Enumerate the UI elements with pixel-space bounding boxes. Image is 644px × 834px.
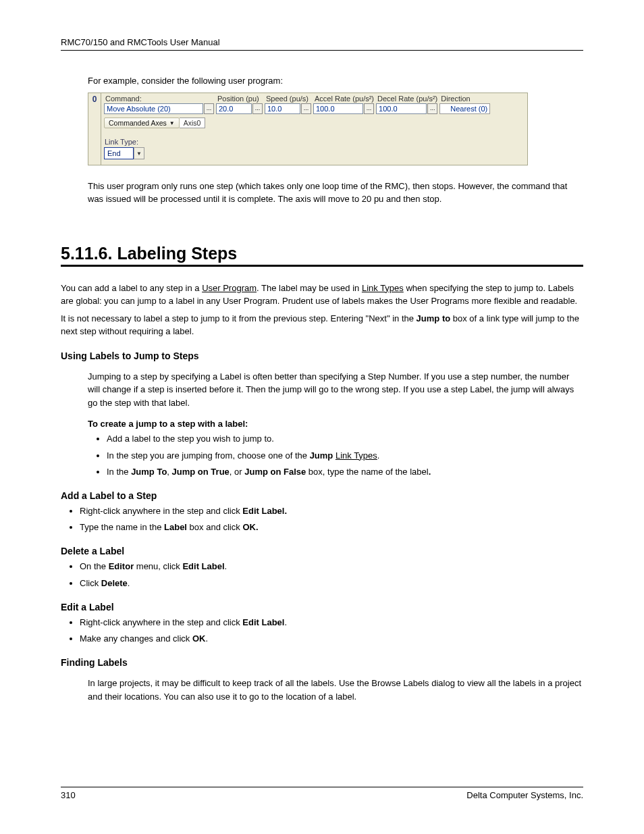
accel-input[interactable]: 100.0: [313, 103, 363, 114]
decel-browse-button[interactable]: ...: [427, 103, 437, 114]
to-create-heading: To create a jump to a step with a label:: [88, 419, 583, 429]
finding-labels-para: In large projects, it may be difficult t…: [88, 677, 583, 703]
accel-browse-button[interactable]: ...: [364, 103, 374, 114]
speed-label: Speed (pu/s): [266, 95, 311, 103]
commanded-axes-label: Commanded Axes: [109, 119, 167, 127]
list-item: Add a label to the step you wish to jump…: [107, 433, 583, 445]
command-browse-button[interactable]: ...: [204, 103, 214, 114]
accel-label: Accel Rate (pu/s²): [315, 95, 374, 103]
to-create-list: Add a label to the step you wish to jump…: [88, 433, 583, 478]
list-item: Make any changes and click OK.: [80, 633, 583, 645]
step-number: 0: [88, 93, 101, 165]
edit-label-list: Right-click anywhere in the step and cli…: [61, 617, 583, 645]
list-item: In the step you are jumping from, choose…: [107, 450, 583, 462]
page-header: RMC70/150 and RMCTools User Manual: [61, 37, 583, 51]
page-number: 310: [61, 790, 76, 800]
subheading-using-labels: Using Labels to Jump to Steps: [61, 350, 583, 361]
company-name: Delta Computer Systems, Inc.: [466, 790, 583, 800]
speed-browse-button[interactable]: ...: [301, 103, 311, 114]
chevron-down-icon: ▼: [136, 151, 142, 157]
subheading-finding-labels: Finding Labels: [61, 657, 583, 668]
link-type-label: Link Type:: [105, 138, 525, 146]
commanded-axes-button[interactable]: Commanded Axes ▼: [104, 118, 180, 128]
direction-label: Direction: [441, 95, 490, 103]
section-para-2: It is not necessary to label a step to j…: [61, 312, 583, 338]
link-types-link-2[interactable]: Link Types: [336, 450, 377, 461]
link-types-link[interactable]: Link Types: [362, 283, 404, 293]
list-item: Click Delete.: [80, 577, 583, 590]
section-title: 5.11.6. Labeling Steps: [61, 244, 583, 267]
commanded-axes-value: Axis0: [180, 118, 206, 128]
position-input[interactable]: 20.0: [216, 103, 252, 114]
command-label: Command:: [105, 95, 214, 103]
speed-input[interactable]: 10.0: [265, 103, 300, 114]
list-item: Right-click anywhere in the step and cli…: [80, 505, 583, 517]
command-input[interactable]: Move Absolute (20): [104, 103, 203, 114]
direction-input[interactable]: Nearest (0): [439, 103, 490, 114]
subheading-delete-label: Delete a Label: [61, 546, 583, 556]
list-item: In the Jump To, Jump on True, or Jump on…: [107, 466, 583, 478]
user-program-link[interactable]: User Program: [202, 283, 257, 293]
decel-label: Decel Rate (pu/s²): [377, 95, 437, 103]
list-item: On the Editor menu, click Edit Label.: [80, 561, 583, 573]
chevron-down-icon: ▼: [169, 120, 175, 126]
position-browse-button[interactable]: ...: [252, 103, 263, 114]
subheading-add-label: Add a Label to a Step: [61, 490, 583, 501]
list-item: Type the name in the Label box and click…: [80, 521, 583, 533]
link-type-input[interactable]: End: [104, 147, 134, 159]
intro-text: For example, consider the following user…: [88, 75, 583, 87]
section-para-1: You can add a label to any step in a Use…: [61, 282, 583, 308]
user-program-step: 0 Command: Move Absolute (20) ... Positi…: [88, 93, 528, 165]
decel-input[interactable]: 100.0: [376, 103, 427, 114]
position-label: Position (pu): [217, 95, 263, 103]
list-item: Right-click anywhere in the step and cli…: [80, 617, 583, 629]
using-labels-para: Jumping to a step by specifying a Label …: [88, 370, 583, 410]
after-box-para: This user program only runs one step (wh…: [88, 180, 583, 206]
subheading-edit-label: Edit a Label: [61, 602, 583, 613]
link-type-dropdown[interactable]: ▼: [134, 147, 144, 159]
add-label-list: Right-click anywhere in the step and cli…: [61, 505, 583, 533]
delete-label-list: On the Editor menu, click Edit Label. Cl…: [61, 561, 583, 589]
